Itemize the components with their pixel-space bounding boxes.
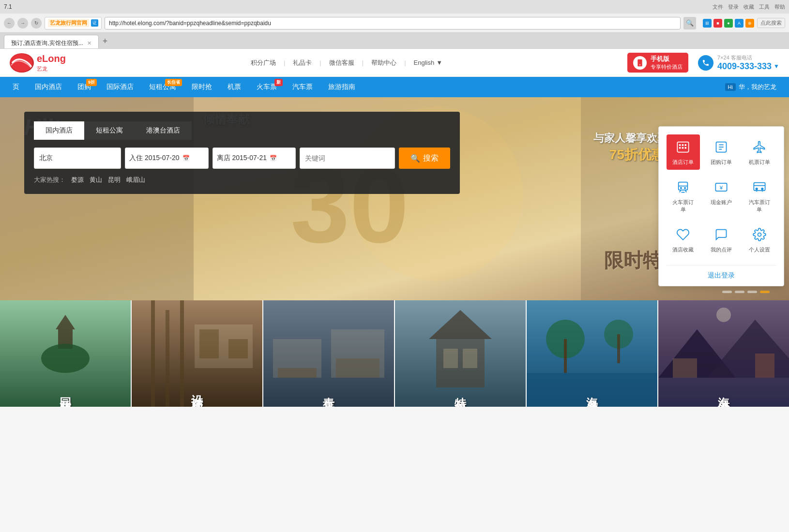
nav-domestic-hotel[interactable]: 国内酒店 [27,77,70,97]
svg-rect-40 [336,358,379,378]
search-engine-btn[interactable]: 点此搜索 [757,18,785,28]
popular-link-2[interactable]: 昆明 [108,176,121,184]
nav-intl-hotel[interactable]: 国际酒店 [99,77,141,97]
address-bar[interactable] [105,17,681,30]
header-top: eLong 艺龙 积分广场 | 礼品卡 | 微信客服 | 帮助中心 | Engl… [0,49,789,77]
browser-titlebar: 7.1 文件 登录 收藏 工具 帮助 [0,0,789,14]
logout-button[interactable]: 退出登录 [659,266,784,286]
dropdown-flight-orders[interactable]: 机票订单 [743,134,776,170]
browser-menu-tools[interactable]: 工具 [759,3,770,11]
category-island-hotel[interactable]: 海岛酒店 [527,300,658,407]
main-nav: 页 国内酒店 团购 9折 国际酒店 短租公寓 长住省 限时抢 机票 火车票 新 … [0,77,789,97]
header-right: 手机版 专享特价酒店 7×24 客服电话 4009-333-333 ▼ [627,53,779,73]
logo[interactable]: eLong 艺龙 [10,53,66,73]
browser-icon-blue[interactable]: A [735,19,743,28]
browser-icon-grid[interactable]: ⊞ [703,19,712,28]
svg-point-17 [681,188,682,189]
nav-item-help[interactable]: 帮助中心 [371,59,396,67]
svg-rect-32 [180,300,184,407]
phone-service: 7×24 客服电话 4009-333-333 ▼ [698,54,779,72]
dropdown-reviews[interactable]: 我的点评 [705,222,738,257]
search-tab-domestic[interactable]: 国内酒店 [34,121,84,140]
tab-close-button[interactable]: ✕ [87,40,91,46]
category-youth-hostel[interactable]: 青年旅舍 [263,300,395,407]
svg-rect-14 [685,147,687,149]
popular-link-0[interactable]: 婺源 [71,176,84,184]
user-dropdown-panel: 酒店订单 团购订单 机票订单 [658,126,784,286]
nav-bus[interactable]: 汽车票 [285,77,320,97]
svg-rect-44 [443,349,458,368]
refresh-button[interactable]: ↻ [31,18,42,29]
dropdown-group-orders[interactable]: 团购订单 [705,134,738,170]
nav-train[interactable]: 火车票 新 [249,77,285,97]
nav-item-wechat[interactable]: 微信客服 [329,59,354,67]
category-special-inn[interactable]: 特色客栈 [395,300,527,407]
svg-point-56 [716,308,731,322]
mobile-promo-btn[interactable]: 手机版 专享特价酒店 [627,53,688,73]
search-tabs: 国内酒店 短租公寓 港澳台酒店 [34,121,450,140]
browser-tab-active[interactable]: 预订,酒店查询,宾馆住宿预... ✕ [4,35,99,48]
browser-icon-green[interactable]: ● [724,19,733,28]
forward-button[interactable]: → [17,18,28,29]
svg-point-24 [758,233,761,236]
search-tab-short-rent[interactable]: 短租公寓 [84,121,135,140]
dropdown-settings[interactable]: 个人设置 [743,222,776,257]
nav-flight[interactable]: 机票 [220,77,249,97]
svg-rect-55 [673,358,697,378]
browser-menu-login[interactable]: 登录 [728,3,739,11]
dot-2[interactable] [735,291,744,293]
dropdown-train-orders[interactable]: 火车票订单 [667,175,700,217]
nav-item-english[interactable]: English ▼ [414,59,443,66]
browser-toolbar: ← → ↻ 艺龙旅行网官网 证 🔍 ⊞ ■ ● A ⊕ 点此搜索 [0,14,789,33]
dropdown-hotel-orders[interactable]: 酒店订单 [667,134,700,170]
search-panel: 国内酒店 短租公寓 港澳台酒店 入住 2015-07-20 📅 离店 2015-… [24,112,460,194]
nav-home[interactable]: 页 [5,77,27,97]
nav-item-gift[interactable]: 礼品卡 [293,59,312,67]
checkout-date[interactable]: 离店 2015-07-21 📅 [212,148,296,169]
svg-rect-31 [166,310,169,407]
category-design-hotel[interactable]: 设计师酒店 [132,300,263,407]
search-button[interactable]: 🔍 [683,17,696,30]
category-label-5: 海外温泉 [716,388,731,399]
popular-link-1[interactable]: 黄山 [90,176,102,184]
dropdown-bus-orders[interactable]: 汽车票订单 [743,175,776,217]
dot-3[interactable] [747,291,757,293]
categories-section: 园林酒店 设计师酒店 [0,300,789,407]
search-button[interactable]: 🔍 搜索 [399,148,450,169]
dot-1[interactable] [722,291,732,293]
dropdown-favorites[interactable]: 酒店收藏 [667,222,700,257]
group-orders-icon [713,138,730,156]
search-tab-hk-macau[interactable]: 港澳台酒店 [135,121,192,140]
svg-rect-10 [682,144,684,146]
dot-4[interactable] [760,291,770,293]
browser-icon-orange[interactable]: ⊕ [745,19,754,28]
category-overseas-spa[interactable]: 海外温泉 [658,300,789,407]
new-tab-button[interactable]: + [99,34,112,48]
nav-user[interactable]: Hi 华，我的艺龙 [717,83,784,91]
nav-short-rent[interactable]: 短租公寓 长住省 [141,77,184,97]
nav-group-buy[interactable]: 团购 9折 [70,77,99,97]
svg-point-23 [761,188,763,190]
category-label-1: 设计师酒店 [189,385,205,399]
nav-item-points[interactable]: 积分广场 [251,59,276,67]
dropdown-cash-account[interactable]: ¥ 现金账户 [705,175,738,217]
category-garden-hotel[interactable]: 园林酒店 [0,300,132,407]
city-input[interactable] [34,148,121,169]
short-rent-badge: 长住省 [165,79,182,86]
browser-menu-file[interactable]: 文件 [713,3,723,11]
browser-menu-bookmarks[interactable]: 收藏 [743,3,754,11]
settings-icon [751,226,768,243]
popular-link-3[interactable]: 峨眉山 [126,176,145,184]
browser-icon-red[interactable]: ■ [713,19,722,28]
page-content: eLong 艺龙 积分广场 | 礼品卡 | 微信客服 | 帮助中心 | Engl… [0,49,789,407]
verified-badge: 证 [91,19,98,27]
back-button[interactable]: ← [4,18,15,29]
group-buy-badge: 9折 [86,79,97,86]
nav-travel-guide[interactable]: 旅游指南 [320,77,363,97]
checkin-date[interactable]: 入住 2015-07-20 📅 [125,148,209,169]
browser-menu-help[interactable]: 帮助 [774,3,785,11]
nav-flash-sale[interactable]: 限时抢 [184,77,220,97]
svg-rect-51 [617,334,620,363]
keyword-input[interactable] [300,148,395,169]
dropdown-grid: 酒店订单 团购订单 机票订单 [659,127,784,265]
